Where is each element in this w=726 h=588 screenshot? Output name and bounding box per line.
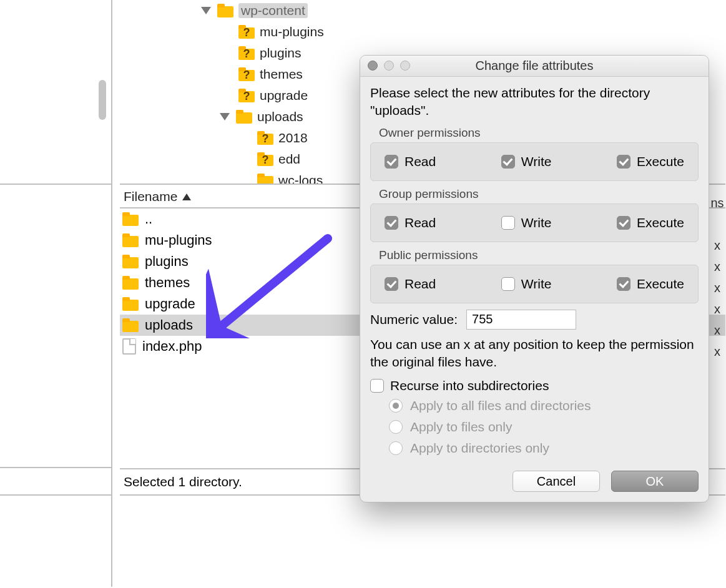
folder-icon [122, 212, 139, 226]
checkbox-label: Read [405, 215, 436, 230]
button-label: Cancel [537, 474, 576, 489]
checkbox-label: Execute [637, 215, 684, 230]
group-execute-checkbox[interactable]: Execute [617, 215, 684, 230]
ok-button[interactable]: OK [611, 471, 699, 492]
folder-unknown-icon: ? [238, 89, 255, 102]
checkbox-label: Write [521, 154, 552, 169]
tree-label: 2018 [278, 130, 308, 145]
left-panel [0, 0, 112, 587]
dialog-body: Please select the new attributes for the… [360, 77, 709, 502]
owner-write-checkbox[interactable]: Write [501, 154, 552, 169]
recurse-mode-radios: Apply to all files and directories Apply… [389, 398, 699, 456]
checkbox-icon [501, 155, 515, 169]
file-icon [122, 338, 136, 355]
cell: x [709, 298, 726, 320]
radio-icon [389, 441, 403, 455]
owner-execute-checkbox[interactable]: Execute [617, 154, 684, 169]
checkbox-icon [617, 277, 630, 291]
button-label: OK [646, 474, 664, 489]
group-group-label: Group permissions [379, 187, 699, 201]
checkbox-icon [385, 277, 398, 291]
public-permissions: Read Write Execute [370, 265, 699, 303]
help-text: You can use an x at any position to keep… [370, 336, 699, 371]
numeric-value-input[interactable] [466, 310, 576, 330]
file-name: .. [145, 211, 152, 227]
cell [709, 213, 726, 235]
zoom-icon[interactable] [400, 61, 410, 71]
checkbox-icon [385, 155, 398, 169]
owner-group-label: Owner permissions [379, 126, 699, 140]
cell: x [709, 320, 726, 341]
column-header-label: Filename [124, 189, 177, 204]
file-name: plugins [145, 253, 189, 270]
file-name: mu-plugins [145, 232, 212, 248]
tree-label: wc-logs [278, 173, 323, 185]
folder-icon [122, 297, 139, 311]
owner-read-checkbox[interactable]: Read [385, 154, 436, 169]
cancel-button[interactable]: Cancel [513, 471, 600, 492]
dialog-title: Change file attributes [360, 59, 709, 73]
folder-unknown-icon: ? [238, 46, 255, 60]
radio-label: Apply to all files and directories [410, 398, 591, 413]
checkbox-label: Write [521, 215, 552, 230]
tree-label: edd [278, 152, 300, 167]
checkbox-label: Write [521, 277, 552, 292]
folder-unknown-icon: ? [257, 152, 273, 166]
radio-apply-dirs[interactable]: Apply to directories only [389, 441, 699, 456]
folder-icon [122, 233, 139, 247]
checkbox-label: Read [405, 277, 436, 292]
minimize-icon[interactable] [384, 61, 394, 71]
divider [0, 494, 112, 496]
checkbox-icon [501, 277, 515, 291]
tree-label: plugins [260, 46, 302, 61]
radio-apply-all[interactable]: Apply to all files and directories [389, 398, 699, 413]
sort-ascending-icon [182, 194, 191, 200]
checkbox-label: Read [405, 154, 436, 169]
divider [0, 184, 112, 185]
recurse-label: Recurse into subdirectories [390, 378, 549, 393]
tree-label: upgrade [260, 88, 308, 103]
cell: x [709, 341, 726, 362]
group-permissions: Read Write Execute [370, 203, 699, 242]
folder-unknown-icon: ? [238, 67, 255, 81]
cell: x [709, 277, 726, 298]
folder-unknown-icon: ? [238, 25, 255, 39]
tree-label: wp-content [238, 3, 308, 18]
dialog-titlebar[interactable]: Change file attributes [360, 56, 709, 77]
file-name: upgrade [145, 296, 195, 312]
checkbox-icon [617, 155, 630, 169]
tree-label: uploads [257, 109, 303, 124]
cell: x [709, 235, 726, 256]
folder-icon [122, 276, 139, 290]
tree-item[interactable]: ? mu-plugins [238, 21, 725, 42]
chevron-down-icon[interactable] [201, 7, 211, 14]
group-read-checkbox[interactable]: Read [385, 215, 436, 230]
public-group-label: Public permissions [379, 248, 699, 262]
public-execute-checkbox[interactable]: Execute [617, 277, 684, 292]
owner-permissions: Read Write Execute [370, 142, 699, 181]
checkbox-label: Execute [637, 154, 684, 169]
radio-label: Apply to files only [410, 419, 512, 434]
cell: ns [709, 192, 726, 213]
group-write-checkbox[interactable]: Write [501, 215, 552, 230]
scrollbar-thumb[interactable] [99, 80, 106, 120]
dialog-instruction: Please select the new attributes for the… [370, 84, 699, 120]
checkbox-icon [617, 216, 630, 230]
radio-icon [389, 399, 403, 413]
folder-icon [122, 318, 139, 332]
tree-item-wp-content[interactable]: wp-content [201, 0, 725, 21]
folder-icon [236, 110, 252, 124]
public-write-checkbox[interactable]: Write [501, 277, 552, 292]
window-controls [368, 61, 410, 71]
chevron-down-icon[interactable] [220, 113, 230, 120]
status-text: Selected 1 directory. [124, 474, 242, 489]
radio-apply-files[interactable]: Apply to files only [389, 419, 699, 434]
radio-icon [389, 420, 403, 434]
close-icon[interactable] [368, 61, 378, 71]
checkbox-icon [385, 216, 398, 230]
public-read-checkbox[interactable]: Read [385, 277, 436, 292]
folder-icon [122, 255, 139, 268]
checkbox-icon [370, 379, 384, 393]
recurse-checkbox[interactable]: Recurse into subdirectories [370, 378, 699, 393]
checkbox-label: Execute [637, 277, 684, 292]
